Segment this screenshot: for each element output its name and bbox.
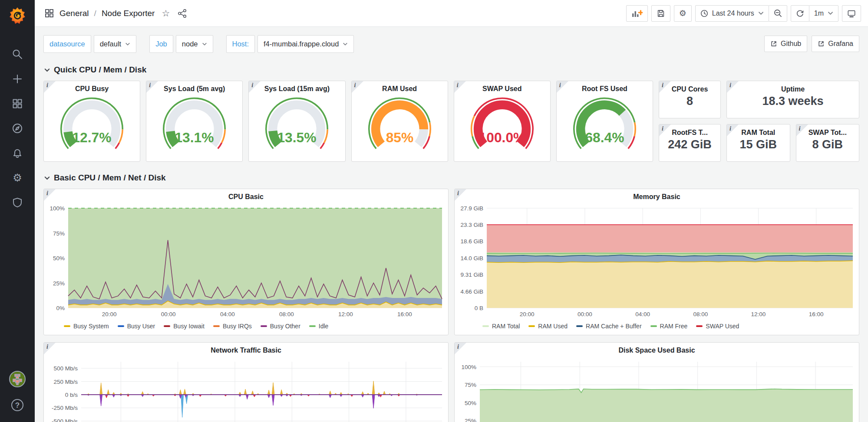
alerting-bell-icon[interactable] xyxy=(12,147,23,159)
info-icon[interactable]: i xyxy=(457,190,459,197)
variables-row: datasource default Job node Host: xyxy=(43,35,859,53)
legend-item[interactable]: SWAP Used xyxy=(696,323,739,330)
svg-text:50%: 50% xyxy=(53,255,65,262)
legend-label: Busy Iowait xyxy=(173,323,205,330)
dashboard-settings-button[interactable]: ⚙ xyxy=(674,5,692,22)
clock-icon xyxy=(700,10,708,17)
panel-info-corner xyxy=(557,81,568,93)
share-icon[interactable] xyxy=(178,9,187,18)
cpu-basic-chart[interactable]: 20:0000:0004:0008:0012:0016:000%25%50%75… xyxy=(46,204,446,319)
tv-kiosk-button[interactable] xyxy=(842,5,861,22)
refresh-icon xyxy=(796,9,804,17)
svg-text:250 Mb/s: 250 Mb/s xyxy=(53,379,78,385)
info-icon[interactable]: i xyxy=(662,82,663,89)
zoom-out-button[interactable] xyxy=(769,5,787,22)
svg-text:00:00: 00:00 xyxy=(161,311,176,317)
legend-item[interactable]: RAM Free xyxy=(650,323,688,330)
legend-item[interactable]: Busy Other xyxy=(261,323,300,330)
search-icon[interactable] xyxy=(12,49,23,60)
grafana-logo-icon[interactable] xyxy=(7,6,27,26)
stat-value: 8 xyxy=(659,95,720,108)
gauge-ram-used[interactable]: 85% xyxy=(352,96,448,158)
dashboard-grid-icon[interactable] xyxy=(44,8,54,18)
time-range-label: Last 24 hours xyxy=(712,10,754,17)
info-icon[interactable]: i xyxy=(662,125,663,132)
memory-basic-legend: RAM TotalRAM UsedRAM Cache + BufferRAM F… xyxy=(455,319,859,333)
network-traffic-basic-chart[interactable]: 20:0000:0004:0008:0012:0016:00500 Mb/s25… xyxy=(46,357,446,422)
legend-swatch xyxy=(696,325,703,327)
svg-text:16:00: 16:00 xyxy=(397,311,412,317)
variable-label: datasource xyxy=(43,35,91,53)
create-plus-icon[interactable] xyxy=(12,73,23,85)
server-admin-shield-icon[interactable] xyxy=(12,197,23,208)
explore-compass-icon[interactable] xyxy=(12,123,23,134)
svg-text:100.0%: 100.0% xyxy=(479,130,525,145)
memory-basic-chart[interactable]: 20:0000:0004:0008:0012:0016:000 B4.66 Gi… xyxy=(457,204,856,319)
grafana-link-button[interactable]: Grafana xyxy=(812,36,859,52)
time-range-picker[interactable]: Last 24 hours xyxy=(695,5,769,22)
monitor-icon xyxy=(847,9,856,18)
github-link-button[interactable]: Github xyxy=(764,36,807,52)
panel-info-corner xyxy=(659,81,671,93)
help-icon[interactable]: ? xyxy=(10,398,25,412)
variable-label: Job xyxy=(149,35,173,53)
info-icon[interactable]: i xyxy=(457,343,459,350)
section-quick-cpu-mem-disk[interactable]: Quick CPU / Mem / Disk xyxy=(44,63,859,76)
info-icon[interactable]: i xyxy=(46,343,48,350)
dashboards-grid-icon[interactable] xyxy=(12,98,23,109)
legend-item[interactable]: Busy Iowait xyxy=(164,323,205,330)
legend-item[interactable]: Busy IRQs xyxy=(213,323,252,330)
legend-swatch xyxy=(164,325,170,327)
breadcrumb-page[interactable]: Node Exporter xyxy=(102,9,155,18)
info-icon[interactable]: i xyxy=(799,125,801,132)
gauge-sys-load-5m[interactable]: 13.1% xyxy=(146,96,242,158)
section-basic-cpu-mem-net-disk[interactable]: Basic CPU / Mem / Net / Disk xyxy=(44,171,859,184)
legend-item[interactable]: Idle xyxy=(309,323,329,330)
gauge-sys-load-15m[interactable]: 13.5% xyxy=(249,96,345,158)
legend-item[interactable]: RAM Cache + Buffer xyxy=(576,323,642,330)
info-icon[interactable]: i xyxy=(149,82,151,89)
info-icon[interactable]: i xyxy=(559,82,561,89)
basic-charts-row-1: i CPU Basic 20:0000:0004:0008:0012:0016:… xyxy=(43,189,859,335)
cpu-basic-legend: Busy SystemBusy UserBusy IowaitBusy IRQs… xyxy=(44,319,448,333)
info-icon[interactable]: i xyxy=(729,82,731,89)
svg-text:-500 Mb/s: -500 Mb/s xyxy=(52,418,78,422)
configuration-gear-icon[interactable]: ⚙ xyxy=(12,172,23,183)
info-icon[interactable]: i xyxy=(46,190,48,197)
info-icon[interactable]: i xyxy=(46,82,48,89)
refresh-interval-picker[interactable]: 1m xyxy=(809,5,838,22)
variable-value-dropdown[interactable]: node xyxy=(176,35,213,53)
legend-item[interactable]: Busy System xyxy=(64,323,109,330)
panel-disk-space-used-basic: i Disk Space Used Basic 20:0000:0004:000… xyxy=(454,342,859,422)
gauge-swap-used[interactable]: 100.0% xyxy=(454,96,550,158)
favorite-star-icon[interactable]: ☆ xyxy=(162,8,170,19)
user-avatar[interactable] xyxy=(9,371,26,387)
info-icon[interactable]: i xyxy=(251,82,253,89)
gauge-cpu-busy[interactable]: 12.7% xyxy=(44,96,140,158)
info-icon[interactable]: i xyxy=(457,82,459,89)
top-navbar: General / Node Exporter ☆ ⚙ xyxy=(35,0,868,27)
svg-text:9.31 GiB: 9.31 GiB xyxy=(460,272,483,278)
add-panel-button[interactable] xyxy=(626,5,648,22)
info-icon[interactable]: i xyxy=(729,125,731,132)
stat-value: 18.3 weeks xyxy=(727,95,859,108)
refresh-button[interactable] xyxy=(791,5,809,22)
legend-item[interactable]: Busy User xyxy=(118,323,155,330)
info-icon[interactable]: i xyxy=(354,82,356,89)
svg-text:100%: 100% xyxy=(461,364,476,370)
legend-item[interactable]: RAM Total xyxy=(482,323,520,330)
external-link-icon xyxy=(818,40,825,47)
variable-datasource: datasource default xyxy=(43,35,136,53)
legend-label: Busy System xyxy=(73,323,109,330)
svg-text:12:00: 12:00 xyxy=(751,311,766,317)
save-dashboard-button[interactable] xyxy=(651,5,670,22)
panel-info-corner xyxy=(44,189,56,201)
breadcrumb-section[interactable]: General xyxy=(59,9,89,18)
gauge-root-fs-used[interactable]: 68.4% xyxy=(557,96,653,158)
panel-swap-total: i SWAP Tot... 8 GiB xyxy=(796,124,860,162)
variable-value-dropdown[interactable]: f4-mumbai.frappe.cloud xyxy=(257,35,354,53)
legend-item[interactable]: RAM Used xyxy=(528,323,568,330)
variable-value-dropdown[interactable]: default xyxy=(94,35,137,53)
disk-space-used-basic-chart[interactable]: 20:0000:0004:0008:0012:0016:00100%75%50%… xyxy=(457,357,856,422)
panel-info-corner xyxy=(249,81,261,93)
